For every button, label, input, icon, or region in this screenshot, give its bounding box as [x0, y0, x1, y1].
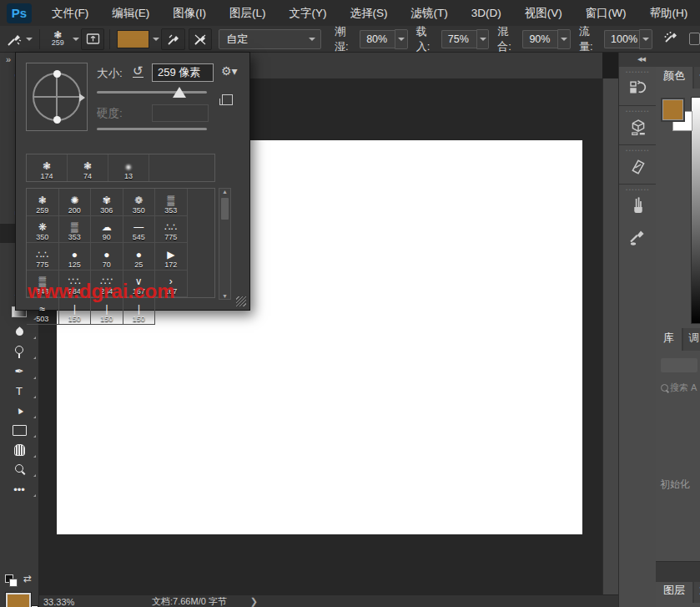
useful-mix-combinations-select[interactable]: 自定 — [219, 29, 321, 49]
hand-tool[interactable] — [0, 440, 38, 460]
menu-item[interactable]: 编辑(E) — [100, 0, 161, 26]
brush-preset[interactable]: ▒ 353 — [155, 189, 188, 216]
brush-presets-icon[interactable] — [628, 196, 648, 218]
tool-icon — [14, 444, 25, 456]
brush-thumbnail: ❃ — [43, 161, 51, 172]
field-value-input[interactable]: 90% — [522, 30, 557, 48]
path-selection-tool[interactable]: ▲ — [0, 401, 38, 421]
brush-preset[interactable]: ▶ 172 — [155, 243, 188, 271]
brush-preset[interactable]: ● 70 — [91, 243, 123, 271]
brush-preset[interactable]: ● 13 — [108, 154, 149, 181]
brush-preset[interactable]: ● 25 — [123, 243, 156, 271]
scrollbar-thumb[interactable] — [221, 198, 229, 220]
brush-preset-picker[interactable]: ❃ 259 — [43, 28, 79, 51]
menu-item[interactable]: 帮助(H) — [637, 0, 699, 26]
menu-item[interactable]: 3D(D) — [460, 0, 513, 26]
smooth-stroke-checkbox[interactable] — [689, 33, 700, 45]
brush-preset[interactable]: ● 125 — [59, 243, 92, 271]
current-load-color-swatch[interactable] — [117, 30, 149, 48]
field-value-input[interactable]: 100% — [604, 30, 639, 48]
field-value-input[interactable]: 75% — [441, 30, 476, 48]
field-dropdown-button[interactable] — [395, 29, 408, 49]
tool-icon — [13, 425, 27, 436]
brush-angle-control[interactable] — [26, 63, 88, 131]
libraries-panel-tabs: 库 调 — [656, 328, 700, 351]
dock-item-history[interactable]: •••••••• — [619, 67, 657, 106]
chevron-down-icon[interactable] — [153, 38, 159, 41]
load-brush-after-stroke-button[interactable] — [161, 28, 184, 50]
photoshop-logo[interactable]: Ps — [7, 3, 32, 23]
menu-item[interactable]: 视图(V) — [513, 0, 574, 26]
zoom-level-input[interactable]: 33.33% — [43, 597, 106, 607]
field-dropdown-button[interactable] — [476, 29, 490, 49]
blur-tool[interactable] — [0, 322, 38, 342]
brush-preset[interactable]: ❁ 350 — [123, 189, 156, 216]
brush-preset-panel: 大小: ↺ 259 像素 ⚙▾ 硬度: ❃ 174 ❃ 74 ● 13 ❃ 25… — [15, 52, 250, 311]
brush-size-input[interactable]: 259 像素 — [152, 63, 214, 82]
brush-settings-icon[interactable] — [628, 226, 648, 246]
menu-item[interactable]: 文件(F) — [40, 0, 100, 26]
rectangle-tool[interactable] — [0, 421, 38, 441]
edit-toolbar-button[interactable]: ••• — [0, 479, 38, 499]
tab-layers[interactable]: 图层 — [656, 582, 692, 603]
dock-item-snapshot[interactable]: •••••••• — [619, 145, 657, 185]
gear-menu-icon[interactable]: ⚙▾ — [221, 64, 238, 78]
pen-tool[interactable]: ✒ — [0, 362, 38, 382]
field-value-input[interactable]: 80% — [360, 30, 395, 48]
tab-swatches-partial[interactable]: 色 — [694, 67, 700, 89]
toggle-brush-panel-button[interactable] — [81, 28, 104, 50]
library-select[interactable] — [661, 358, 697, 372]
brush-preset[interactable]: ▒ 353 — [59, 216, 92, 244]
menu-item[interactable]: 窗口(W) — [574, 0, 638, 26]
brush-thumbnail: ∴∴ — [36, 250, 48, 261]
zoom-tool[interactable] — [0, 460, 38, 480]
dock-item-properties[interactable]: •••••••• — [619, 106, 657, 145]
brush-preset[interactable]: ✾ 306 — [91, 189, 123, 216]
size-slider[interactable] — [97, 91, 207, 94]
brush-preset[interactable]: ∴∴ 775 — [155, 216, 188, 244]
dodge-tool[interactable] — [0, 341, 38, 362]
collapse-panels-icon[interactable]: ◂◂ — [637, 53, 645, 64]
scroll-down-icon[interactable]: ▼ — [222, 293, 228, 299]
tab-libraries[interactable]: 库 — [656, 328, 682, 351]
menu-item[interactable]: 图层(L) — [218, 0, 278, 26]
library-status-text: 初始化 — [660, 478, 690, 492]
status-menu-chevron[interactable]: ❯ — [250, 596, 258, 607]
default-colors-icon[interactable] — [5, 574, 17, 586]
vertical-scrollbar[interactable] — [602, 78, 619, 594]
airbrush-toggle-button[interactable] — [662, 30, 679, 48]
menu-item[interactable]: 文字(Y) — [278, 0, 339, 26]
tab-adjustments-partial[interactable]: 调 — [683, 328, 700, 351]
tool-icon: ••• — [13, 484, 25, 495]
brush-preset[interactable]: ☁ 90 — [91, 216, 123, 244]
type-tool[interactable]: T — [0, 382, 38, 402]
size-slider-thumb[interactable] — [173, 87, 186, 98]
tab-channels-partial[interactable]: 通 — [694, 582, 700, 603]
brush-preset[interactable]: — 545 — [123, 216, 156, 244]
menu-item[interactable]: 图像(I) — [161, 0, 218, 26]
scroll-up-icon[interactable]: ▲ — [222, 189, 228, 195]
brush-preset[interactable]: ∴∴ 775 — [27, 243, 59, 271]
clean-brush-after-stroke-button[interactable] — [189, 28, 212, 50]
library-search-input[interactable]: 搜索 A — [661, 381, 699, 394]
foreground-color-swatch[interactable] — [662, 99, 683, 120]
grid-scrollbar[interactable]: ▲ ▼ — [219, 188, 231, 300]
brush-preset[interactable]: ❃ 74 — [68, 154, 108, 181]
brush-preset[interactable]: ❋ 350 — [27, 216, 59, 244]
angle-handle[interactable] — [53, 70, 61, 78]
swap-colors-icon[interactable]: ⇄ — [23, 573, 32, 584]
brush-preset[interactable]: ❃ 174 — [27, 154, 68, 181]
foreground-color-swatch[interactable] — [6, 593, 31, 607]
angle-handle[interactable] — [53, 116, 61, 124]
brush-preset[interactable]: ❃ 259 — [27, 189, 59, 216]
new-brush-icon[interactable] — [222, 94, 233, 105]
field-dropdown-button[interactable] — [639, 29, 652, 49]
tool-preset-picker[interactable] — [3, 28, 36, 51]
tab-color[interactable]: 颜色 — [656, 67, 692, 89]
reset-size-icon[interactable]: ↺ — [133, 64, 144, 78]
panel-resize-grip[interactable] — [236, 296, 246, 306]
brush-preset[interactable]: ✺ 200 — [59, 189, 92, 216]
menu-item[interactable]: 滤镜(T) — [400, 0, 460, 26]
menu-item[interactable]: 选择(S) — [339, 0, 400, 26]
field-dropdown-button[interactable] — [557, 29, 571, 49]
